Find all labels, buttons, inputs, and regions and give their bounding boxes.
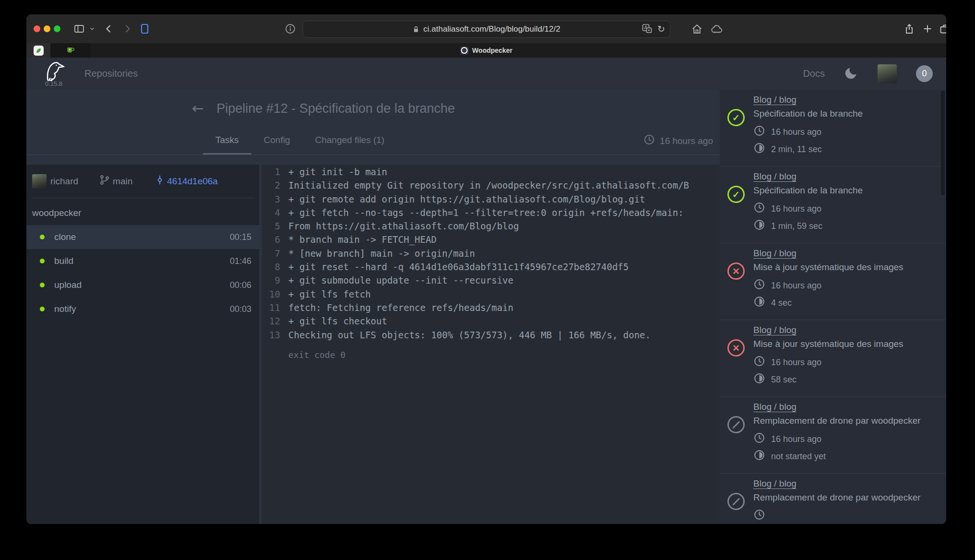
line-text: + git init -b main [280,165,387,179]
notification-count-badge[interactable]: 0 [916,65,933,82]
leaf-favicon-icon [34,46,44,56]
browser-toolbar: ci.athaliasoft.com/Blog/blog/build/12/2 … [26,14,946,43]
branch-name[interactable]: main [113,176,132,187]
console-log[interactable]: 1 + git init -b main 2 Initialized empty… [262,165,720,524]
pipeline-tab[interactable]: Changed files (1) [303,127,397,155]
line-text: * branch main -> FETCH_HEAD [280,233,437,246]
minimize-window-button[interactable] [44,25,50,32]
line-text: + git reset --hard -q 4614d1e06a3dabf311… [280,260,629,274]
page-info-icon[interactable] [285,23,296,35]
repo-link[interactable]: Blog / blog [753,248,904,259]
pipeline-entry[interactable]: ✓ Blog / blog Spécification de la branch… [720,167,946,243]
console-line: 7 * [new branch] main -> origin/main [262,247,720,260]
user-avatar[interactable] [878,64,897,83]
console-line: 3 + git remote add origin https://git.at… [262,192,720,206]
back-icon[interactable] [103,23,115,35]
nav-repositories-link[interactable]: Repositories [84,68,138,79]
pipeline-status-icon: ✕ [727,339,745,357]
forward-icon[interactable] [121,23,133,35]
line-number: 2 [262,179,280,192]
clock-icon [753,432,765,446]
clock-icon [753,278,765,293]
reload-icon[interactable]: ↻ [657,23,665,35]
step-name: build [54,256,230,266]
console-line: 2 Initialized empty Git repository in /w… [262,179,720,192]
pipeline-entry[interactable]: ✓ Blog / blog Spécification de la branch… [720,90,946,167]
active-tab[interactable]: Woodpecker [460,43,512,58]
woodpecker-logo[interactable]: 0.15.8 [38,60,69,87]
repo-link[interactable]: Blog / blog [753,478,921,489]
pipeline-status-icon: ✓ [727,109,745,126]
new-tab-icon[interactable] [922,23,933,35]
zoom-window-button[interactable] [54,25,60,32]
entry-duration: 58 sec [771,375,797,385]
line-text: Initialized empty Git repository in /woo… [280,179,689,192]
commit-message: Spécification de la branche [753,185,863,196]
entry-time-ago: 16 hours ago [771,434,821,444]
steps-panel: richard main 4614 [26,165,259,524]
tab-label: Config [264,135,290,145]
step-row[interactable]: notify 00:03 [26,297,259,321]
step-row[interactable]: clone 00:15 [26,225,259,249]
step-row[interactable]: build 01:46 [26,249,259,273]
duration-icon [753,449,765,464]
line-text: fetch: Fetching reference refs/heads/mai… [280,301,513,314]
step-duration: 01:46 [230,256,251,266]
commit-hash-link[interactable]: 4614d1e06a [167,176,218,187]
chevron-down-icon[interactable] [89,25,100,37]
translate-icon[interactable]: A [641,23,653,35]
back-arrow-icon[interactable]: ← [192,101,204,116]
step-status-dot-icon [40,259,45,263]
exit-code: exit code 0 [262,348,720,362]
pinned-tab-2[interactable] [50,43,91,58]
tab-label: Changed files (1) [315,135,385,145]
step-status-dot-icon [40,235,45,239]
reading-list-icon[interactable] [139,23,150,35]
entry-time-ago: 16 hours ago [771,357,821,368]
pipeline-time-ago: 16 hours ago [660,136,713,146]
repo-link[interactable]: Blog / blog [753,402,921,412]
entry-time-ago: 16 hours ago [771,204,821,214]
pinned-tab-1[interactable] [26,43,50,58]
share-icon[interactable] [904,23,915,35]
app-header: 0.15.8 Repositories Docs 0 [26,58,946,90]
pipeline-entry[interactable]: ✕ Blog / blog Mise à jour systématique d… [720,320,946,397]
repo-link[interactable]: Blog / blog [753,171,863,182]
commit-message: Remplacement de drone par woodpecker [753,492,921,503]
address-bar[interactable]: ci.athaliasoft.com/Blog/blog/build/12/2 … [302,21,670,38]
sidebar-toggle-icon[interactable] [73,23,85,35]
pipeline-entry[interactable]: ✕ Blog / blog Mise à jour systématique d… [720,243,946,320]
pipeline-tab[interactable]: Tasks [203,127,251,155]
pipeline-tab[interactable]: Config [251,127,303,155]
clock-icon [753,202,765,216]
docs-link[interactable]: Docs [803,68,825,79]
line-number: 3 [262,192,280,206]
console-line: 13 Checking out LFS objects: 100% (573/5… [262,328,720,342]
line-number: 13 [262,328,280,342]
line-number: 12 [262,314,280,328]
line-number: 4 [262,206,280,219]
pipeline-title: Pipeline #12 - Spécification de la branc… [216,101,455,116]
pipeline-entry[interactable]: Blog / blog Remplacement de drone par wo… [720,397,946,474]
duration-icon [753,296,765,310]
repo-link[interactable]: Blog / blog [753,95,863,105]
clock-icon [753,125,765,139]
home-icon[interactable] [691,23,702,35]
step-group-label: woodpecker [26,198,259,225]
line-text: + git lfs checkout [280,314,387,328]
line-number: 5 [262,219,280,233]
line-number: 9 [262,274,280,287]
step-row[interactable]: upload 00:06 [26,273,259,297]
cloud-icon[interactable] [711,23,722,35]
tab-overview-icon[interactable] [939,23,946,35]
console-line: 11 fetch: Fetching reference refs/heads/… [262,301,720,314]
pipeline-entry[interactable]: Blog / blog Remplacement de drone par wo… [720,474,946,524]
dark-mode-moon-icon[interactable] [844,66,858,82]
repo-link[interactable]: Blog / blog [753,325,904,335]
woodpecker-favicon-icon [460,47,468,55]
line-text: Checking out LFS objects: 100% (573/573)… [280,328,651,342]
sidebar-scrollbar[interactable] [941,91,945,195]
step-name: upload [54,280,230,290]
line-number: 10 [262,287,280,301]
close-window-button[interactable] [34,25,40,32]
